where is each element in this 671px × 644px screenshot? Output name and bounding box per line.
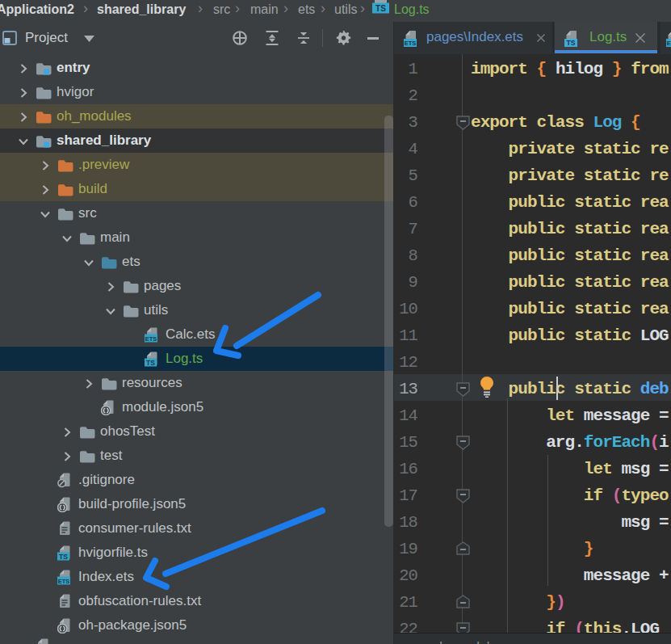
- svg-text:TS: TS: [567, 39, 576, 47]
- svg-text:ETS: ETS: [405, 40, 417, 47]
- svg-text:TS: TS: [59, 553, 68, 561]
- svg-text:TS: TS: [146, 359, 155, 367]
- svg-text:ETS: ETS: [145, 335, 157, 343]
- svg-text:ETS: ETS: [58, 578, 70, 585]
- svg-text:ETS: ETS: [667, 40, 671, 47]
- svg-text:TS: TS: [375, 4, 386, 13]
